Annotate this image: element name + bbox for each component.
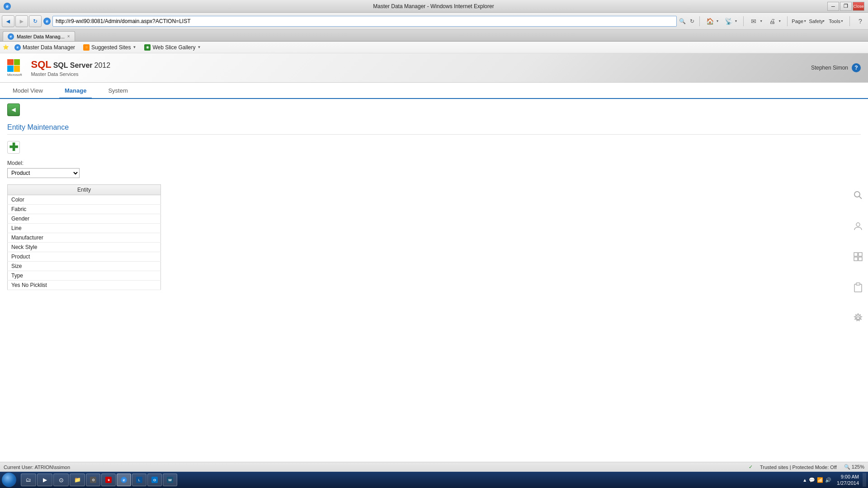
app-header: Microsoft SQL SQL Server 2012 Master Dat… <box>0 53 868 83</box>
table-row[interactable]: Neck Style <box>8 243 161 252</box>
sidebar-user-icon[interactable] <box>850 218 866 234</box>
outlook-icon: O <box>151 477 158 483</box>
home-button[interactable]: 🏠▼ <box>704 15 720 27</box>
add-entity-button[interactable]: ✚ <box>7 141 20 154</box>
back-button[interactable]: ◄ <box>2 15 14 27</box>
start-button[interactable] <box>2 473 16 487</box>
table-row[interactable]: Color <box>8 195 161 205</box>
nav-tabs: Model View Manage System <box>0 83 868 99</box>
taskbar-chrome[interactable]: ⊙ <box>53 474 69 486</box>
tab-model-view[interactable]: Model View <box>7 84 48 98</box>
favorites-bar: ⭐ e Master Data Manager ☆ Suggested Site… <box>0 42 868 53</box>
taskbar-ie[interactable]: e <box>117 474 131 486</box>
address-input[interactable] <box>52 16 677 27</box>
back-arrow-icon: ◄ <box>10 106 17 114</box>
taskbar-app1[interactable]: ⚙ <box>86 474 100 486</box>
table-row[interactable]: Gender <box>8 214 161 224</box>
svg-rect-8 <box>856 283 860 285</box>
fav-web-slice-gallery[interactable]: ◉ Web Slice Gallery ▼ <box>142 43 203 52</box>
taskbar-media-player[interactable]: ▶ <box>37 474 52 486</box>
lync-icon: L <box>136 477 142 483</box>
fav-master-data-manager[interactable]: e Master Data Manager <box>12 43 78 52</box>
tab-close-button[interactable]: × <box>67 34 70 39</box>
sql-logo-text-area: SQL SQL Server 2012 Master Data Services <box>31 59 110 77</box>
main-content: ◄ Entity Maintenance ✚ Model: Product Cu… <box>0 99 868 488</box>
svg-rect-4 <box>859 253 862 256</box>
zoom-label: 🔍 125% <box>844 464 864 470</box>
table-row[interactable]: Size <box>8 262 161 271</box>
clock[interactable]: 9:00 AM 1/27/2014 <box>834 474 862 487</box>
model-label: Model: <box>7 160 861 166</box>
file-explorer-icon: 🗂 <box>25 476 32 483</box>
ms-logo-area: Microsoft <box>7 59 22 77</box>
close-label: Close <box>853 4 863 9</box>
ms-blue <box>7 66 14 72</box>
table-row[interactable]: Manufacturer <box>8 233 161 243</box>
taskbar-file-explorer[interactable]: 🗂 <box>21 474 36 486</box>
title-bar: e Master Data Manager - Windows Internet… <box>0 0 868 13</box>
close-button[interactable]: Close <box>853 2 864 11</box>
restore-button[interactable]: ❐ <box>840 2 852 11</box>
ie-taskbar-icon: e <box>121 477 127 483</box>
entity-cell: Neck Style <box>8 243 161 252</box>
favorites-label: ⭐ <box>3 44 9 50</box>
entity-cell: Manufacturer <box>8 233 161 243</box>
refresh-button[interactable]: ↻ <box>29 15 42 27</box>
trusted-icon: ✓ <box>749 464 753 470</box>
table-row[interactable]: Type <box>8 271 161 281</box>
clock-date: 1/27/2014 <box>837 480 859 486</box>
sidebar-windows-icon[interactable] <box>850 249 866 265</box>
sidebar-search-icon[interactable] <box>850 187 866 203</box>
page-menu-button[interactable]: Page▼ <box>792 15 808 27</box>
tools-menu-button[interactable]: Tools▼ <box>829 15 845 27</box>
fav-item-label-3: Web Slice Gallery <box>152 44 195 51</box>
ie-toolbar-right: 🏠▼ 📡▼ ✉▼ 🖨▼ Page▼ Safety▼ Tools▼ <box>698 15 866 27</box>
help-button[interactable]: ? <box>854 15 866 27</box>
feeds-button[interactable]: 📡▼ <box>723 15 739 27</box>
sidebar-settings-icon[interactable] <box>850 310 866 326</box>
search-icon[interactable]: 🔍 <box>678 17 687 26</box>
read-mail-button[interactable]: ✉▼ <box>748 15 764 27</box>
entity-cell: Gender <box>8 214 161 224</box>
table-row[interactable]: Product <box>8 252 161 262</box>
back-nav-button[interactable]: ◄ <box>7 103 20 116</box>
minimize-button[interactable]: ─ <box>827 2 839 11</box>
slice-arrow: ▼ <box>198 45 201 49</box>
print-button[interactable]: 🖨▼ <box>767 15 783 27</box>
table-row[interactable]: Fabric <box>8 205 161 214</box>
taskbar-word[interactable]: W <box>163 474 177 486</box>
user-area: Stephen Simon ? <box>811 63 861 72</box>
forward-button[interactable]: ► <box>15 15 28 27</box>
url-favicon: e <box>43 18 51 25</box>
refresh-page-icon[interactable]: ↻ <box>688 17 697 26</box>
tray-up-arrow[interactable]: ▲ <box>802 478 807 483</box>
fav-item-label-2: Suggested Sites <box>91 44 131 51</box>
sidebar-clipboard-icon[interactable] <box>850 279 866 296</box>
svg-rect-3 <box>854 253 858 256</box>
taskbar-app2[interactable]: ★ <box>101 474 116 486</box>
safety-menu-button[interactable]: Safety▼ <box>811 15 826 27</box>
entity-table: Entity ColorFabricGenderLineManufacturer… <box>7 184 161 290</box>
fav-suggested-sites[interactable]: ☆ Suggested Sites ▼ <box>80 43 139 52</box>
tab-system[interactable]: System <box>103 84 133 98</box>
model-select[interactable]: Product Customer Account <box>7 168 80 178</box>
window-title: Master Data Manager - Windows Internet E… <box>40 3 827 9</box>
table-row[interactable]: Line <box>8 224 161 233</box>
taskbar-outlook[interactable]: O <box>147 474 162 486</box>
taskbar-windows-explorer[interactable]: 📁 <box>70 474 85 486</box>
active-tab[interactable]: e Master Data Manag... × <box>3 31 75 41</box>
word-icon: W <box>167 477 173 483</box>
help-circle-button[interactable]: ? <box>852 63 861 72</box>
table-row[interactable]: Yes No Picklist <box>8 281 161 290</box>
explorer-icon: 📁 <box>74 476 81 483</box>
window-controls: ─ ❐ Close <box>827 2 864 11</box>
tab-manage[interactable]: Manage <box>59 84 92 99</box>
status-bar: Current User: ATRION\ssimon ✓ Trusted si… <box>0 462 868 472</box>
taskbar-lync[interactable]: L <box>132 474 146 486</box>
taskbar: 🗂 ▶ ⊙ 📁 ⚙ ★ e L O W ▲ <box>0 472 868 488</box>
tab-label: Master Data Manag... <box>17 34 65 39</box>
tab-bar: e Master Data Manag... × <box>0 30 868 42</box>
show-desktop-button[interactable] <box>863 473 866 487</box>
fav-ie-icon: e <box>14 44 21 51</box>
entity-cell: Product <box>8 252 161 262</box>
